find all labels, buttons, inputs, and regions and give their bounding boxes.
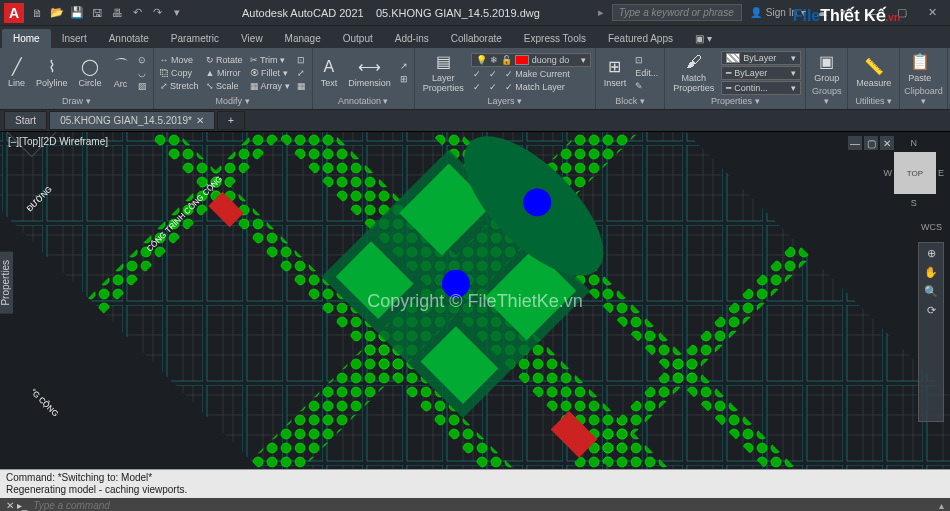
document-tabs: Start 05.KHONG GIAN_14.5.2019*✕ + xyxy=(0,110,950,132)
start-tab[interactable]: Start xyxy=(4,111,47,130)
rotate-button[interactable]: ↻ Rotate xyxy=(204,54,245,66)
qat-open-icon[interactable]: 📂 xyxy=(50,6,64,20)
command-history: Command: *Switching to: Model* Regenerat… xyxy=(0,469,950,498)
properties-palette-tab[interactable]: Properties xyxy=(0,252,13,314)
document-tab[interactable]: 05.KHONG GIAN_14.5.2019*✕ xyxy=(49,111,215,130)
leader-button[interactable]: ↗ xyxy=(398,60,410,72)
stretch-button[interactable]: ⤢ Stretch xyxy=(158,80,201,92)
file-name: 05.KHONG GIAN_14.5.2019.dwg xyxy=(376,7,540,19)
tab-featuredapps[interactable]: Featured Apps xyxy=(597,29,684,48)
qat-redo-icon[interactable]: ↷ xyxy=(150,6,164,20)
layer-btn4[interactable]: ✓ xyxy=(487,81,499,93)
app-logo[interactable]: A xyxy=(4,3,24,23)
panel-block-label[interactable]: Block ▾ xyxy=(600,95,661,107)
window-title: Autodesk AutoCAD 2021 05.KHONG GIAN_14.5… xyxy=(184,7,598,19)
tab-expand[interactable]: ▣ ▾ xyxy=(684,29,723,48)
layer-btn2[interactable]: ✓ xyxy=(487,68,499,80)
orbit-icon[interactable]: ⟳ xyxy=(927,304,936,317)
layer-dropdown[interactable]: 💡❄🔓 duong do ▾ xyxy=(471,53,591,67)
panel-utilities-label[interactable]: Utilities ▾ xyxy=(852,95,895,107)
match-layer-button[interactable]: ✓ Match Layer xyxy=(503,81,567,93)
trim-button[interactable]: ✂ Trim ▾ xyxy=(248,54,292,66)
scale-button[interactable]: ⤡ Scale xyxy=(204,80,245,92)
panel-layers: ▤Layer Properties 💡❄🔓 duong do ▾ ✓ ✓ ✓ M… xyxy=(415,48,596,109)
linetype-dropdown[interactable]: ━Contin...▾ xyxy=(721,81,801,95)
panel-clipboard-label[interactable]: Clipboard ▾ xyxy=(904,85,943,107)
tab-output[interactable]: Output xyxy=(332,29,384,48)
modify-misc3[interactable]: ▦ xyxy=(295,80,308,92)
block-edit[interactable]: Edit... xyxy=(633,67,660,79)
table-button[interactable]: ⊞ xyxy=(398,73,410,85)
tab-parametric[interactable]: Parametric xyxy=(160,29,230,48)
layer-btn1[interactable]: ✓ xyxy=(471,68,483,80)
drawing-canvas[interactable]: CÔNG TRÌNH CÔNG CỘNG ĐƯỜNG °G CỘNG xyxy=(0,132,950,469)
copy-button[interactable]: ⿻ Copy xyxy=(158,67,201,79)
move-button[interactable]: ↔ Move xyxy=(158,54,201,66)
qat-share-icon[interactable]: ▾ xyxy=(170,6,184,20)
steering-wheel-icon[interactable]: ⊕ xyxy=(927,247,936,260)
tab-manage[interactable]: Manage xyxy=(274,29,332,48)
panel-groups-label[interactable]: Groups ▾ xyxy=(810,85,843,107)
measure-button[interactable]: 📏Measure xyxy=(852,55,895,90)
search-input[interactable]: Type a keyword or phrase xyxy=(612,4,742,21)
modify-misc1[interactable]: ⊡ xyxy=(295,54,308,66)
text-button[interactable]: AText xyxy=(317,56,342,90)
tab-view[interactable]: View xyxy=(230,29,274,48)
viewcube-face[interactable]: TOP xyxy=(894,152,936,194)
draw-misc2[interactable]: ◡ xyxy=(136,67,149,79)
tab-addins[interactable]: Add-ins xyxy=(384,29,440,48)
new-tab-button[interactable]: + xyxy=(217,111,245,130)
command-input[interactable] xyxy=(33,500,933,511)
block-attr[interactable]: ✎ xyxy=(633,80,660,92)
zoom-icon[interactable]: 🔍 xyxy=(924,285,938,298)
qat-print-icon[interactable]: 🖶 xyxy=(110,6,124,20)
tab-expresstools[interactable]: Express Tools xyxy=(513,29,597,48)
circle-button[interactable]: ◯Circle xyxy=(75,55,106,90)
pan-icon[interactable]: ✋ xyxy=(924,266,938,279)
arc-button[interactable]: ⌒Arc xyxy=(109,54,133,91)
group-button[interactable]: ▣Group xyxy=(810,50,843,85)
panel-clipboard: 📋Paste Clipboard ▾ xyxy=(900,48,948,109)
fillet-button[interactable]: ⦿ Fillet ▾ xyxy=(248,67,292,79)
cmd-line1: Command: *Switching to: Model* xyxy=(6,472,944,484)
match-properties-button[interactable]: 🖌Match Properties xyxy=(669,51,718,95)
dimension-button[interactable]: ⟷Dimension xyxy=(344,55,395,90)
viewcube[interactable]: N W TOP E S xyxy=(883,138,944,208)
draw-misc1[interactable]: ⊙ xyxy=(136,54,149,66)
modify-misc2[interactable]: ⤢ xyxy=(295,67,308,79)
qat-new-icon[interactable]: 🗎 xyxy=(30,6,44,20)
panel-annotation-label[interactable]: Annotation ▾ xyxy=(317,95,410,107)
panel-modify-label[interactable]: Modify ▾ xyxy=(158,95,308,107)
mirror-button[interactable]: ▲ Mirror xyxy=(204,67,245,79)
make-current-button[interactable]: ✓ Make Current xyxy=(503,68,572,80)
navigation-bar[interactable]: ⊕ ✋ 🔍 ⟳ xyxy=(918,242,944,422)
layer-btn3[interactable]: ✓ xyxy=(471,81,483,93)
qat-save-icon[interactable]: 💾 xyxy=(70,6,84,20)
array-button[interactable]: ▦ Array ▾ xyxy=(248,80,292,92)
command-menu-icon[interactable]: ▴ xyxy=(939,500,944,511)
tab-insert[interactable]: Insert xyxy=(51,29,98,48)
panel-properties-label[interactable]: Properties ▾ xyxy=(669,95,801,107)
qat-saveas-icon[interactable]: 🖫 xyxy=(90,6,104,20)
block-create[interactable]: ⊡ xyxy=(633,54,660,66)
vp-minimize[interactable]: — xyxy=(848,136,862,150)
close-tab-icon[interactable]: ✕ xyxy=(196,115,204,126)
paste-button[interactable]: 📋Paste xyxy=(904,50,935,85)
panel-draw-label[interactable]: Draw ▾ xyxy=(4,95,149,107)
hatch-button[interactable]: ▨ xyxy=(136,80,149,92)
tab-collaborate[interactable]: Collaborate xyxy=(440,29,513,48)
vp-maximize[interactable]: ▢ xyxy=(864,136,878,150)
viewport-label[interactable]: [–][Top][2D Wireframe] xyxy=(8,136,108,147)
command-prompt-icon: ✕ ▸_ xyxy=(6,500,27,511)
qat-undo-icon[interactable]: ↶ xyxy=(130,6,144,20)
close-button[interactable]: ✕ xyxy=(918,3,946,23)
layer-properties-button[interactable]: ▤Layer Properties xyxy=(419,50,468,95)
insert-button[interactable]: ⊞Insert xyxy=(600,55,631,90)
panel-layers-label[interactable]: Layers ▾ xyxy=(419,95,591,107)
color-dropdown[interactable]: ByLayer▾ xyxy=(721,51,801,65)
polyline-button[interactable]: ⌇Polyline xyxy=(32,55,72,90)
lineweight-dropdown[interactable]: ━ByLayer▾ xyxy=(721,66,801,80)
tab-home[interactable]: Home xyxy=(2,29,51,48)
line-button[interactable]: ╱Line xyxy=(4,55,29,90)
tab-annotate[interactable]: Annotate xyxy=(98,29,160,48)
